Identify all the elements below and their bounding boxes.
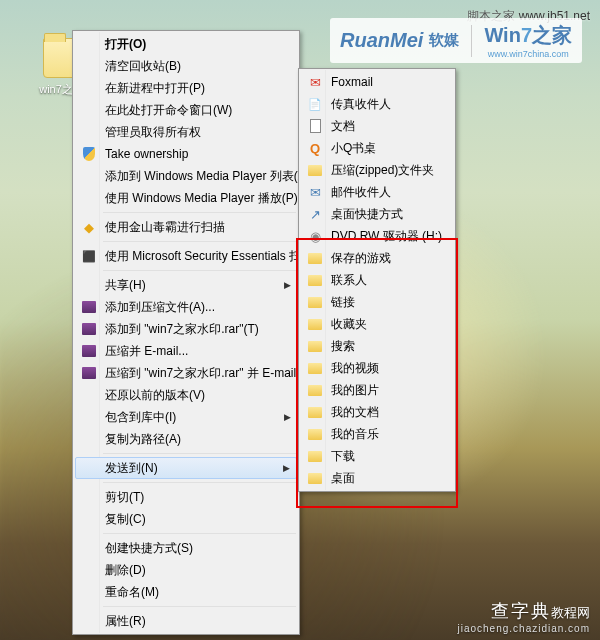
q-icon: Q	[307, 140, 323, 156]
menu-item[interactable]: 发送到(N)▶	[75, 457, 297, 479]
foxmail-icon: ✉	[307, 74, 323, 90]
menu-item[interactable]: 我的视频	[301, 357, 453, 379]
folder-icon	[307, 360, 323, 376]
menu-item[interactable]: 链接	[301, 291, 453, 313]
antivirus-icon: ◆	[81, 219, 97, 235]
menu-item[interactable]: 文档	[301, 115, 453, 137]
menu-item-label: 在新进程中打开(P)	[105, 80, 205, 97]
menu-item-label: 使用 Windows Media Player 播放(P)	[105, 190, 298, 207]
submenu-arrow-icon: ▶	[284, 412, 291, 422]
menu-item[interactable]: 管理员取得所有权	[75, 121, 297, 143]
menu-item-label: DVD RW 驱动器 (H:)	[331, 228, 442, 245]
folder-icon	[307, 426, 323, 442]
menu-item-label: 复制为路径(A)	[105, 431, 181, 448]
menu-item-label: 我的图片	[331, 382, 379, 399]
menu-item-label: 剪切(T)	[105, 489, 144, 506]
menu-item[interactable]: 添加到压缩文件(A)...	[75, 296, 297, 318]
menu-item[interactable]: 删除(D)	[75, 559, 297, 581]
menu-item[interactable]: 📄传真收件人	[301, 93, 453, 115]
menu-item[interactable]: 剪切(T)	[75, 486, 297, 508]
menu-item-label: 小Q书桌	[331, 140, 376, 157]
mse-icon: ⬛	[81, 248, 97, 264]
menu-item-label: 管理员取得所有权	[105, 124, 201, 141]
menu-item[interactable]: ✉邮件收件人	[301, 181, 453, 203]
menu-item[interactable]: 我的图片	[301, 379, 453, 401]
menu-item[interactable]: ◆使用金山毒霸进行扫描	[75, 216, 297, 238]
menu-item-label: Foxmail	[331, 75, 373, 89]
menu-item[interactable]: 包含到库中(I)▶	[75, 406, 297, 428]
menu-separator	[103, 533, 296, 534]
menu-item-label: 文档	[331, 118, 355, 135]
shield-icon	[81, 146, 97, 162]
menu-item[interactable]: 添加到 Windows Media Player 列表(A)	[75, 165, 297, 187]
folder-icon	[307, 448, 323, 464]
menu-item[interactable]: 压缩到 "win7之家水印.rar" 并 E-mail	[75, 362, 297, 384]
menu-item-label: 删除(D)	[105, 562, 146, 579]
menu-item[interactable]: 我的文档	[301, 401, 453, 423]
menu-item[interactable]: 清空回收站(B)	[75, 55, 297, 77]
menu-item[interactable]: 复制(C)	[75, 508, 297, 530]
menu-item[interactable]: ◉DVD RW 驱动器 (H:)	[301, 225, 453, 247]
archive-icon	[81, 343, 97, 359]
menu-item[interactable]: ⬛使用 Microsoft Security Essentials 扫描...	[75, 245, 297, 267]
menu-separator	[103, 606, 296, 607]
menu-item[interactable]: 联系人	[301, 269, 453, 291]
menu-item-label: 添加到 Windows Media Player 列表(A)	[105, 168, 310, 185]
menu-item[interactable]: 桌面	[301, 467, 453, 489]
watermark-bottom: 查字典教程网 jiaocheng.chazidian.com	[457, 599, 590, 634]
menu-item[interactable]: ✉Foxmail	[301, 71, 453, 93]
menu-item-label: 压缩并 E-mail...	[105, 343, 188, 360]
dvd-icon: ◉	[307, 228, 323, 244]
menu-item[interactable]: 在此处打开命令窗口(W)	[75, 99, 297, 121]
document-icon	[307, 118, 323, 134]
menu-item-label: 属性(R)	[105, 613, 146, 630]
menu-item[interactable]: 添加到 "win7之家水印.rar"(T)	[75, 318, 297, 340]
menu-item-label: 邮件收件人	[331, 184, 391, 201]
menu-item[interactable]: Q小Q书桌	[301, 137, 453, 159]
menu-separator	[103, 241, 296, 242]
menu-item[interactable]: 我的音乐	[301, 423, 453, 445]
menu-item[interactable]: 收藏夹	[301, 313, 453, 335]
menu-item[interactable]: 还原以前的版本(V)	[75, 384, 297, 406]
mail-icon: ✉	[307, 184, 323, 200]
folder-icon	[307, 470, 323, 486]
menu-item-label: 压缩到 "win7之家水印.rar" 并 E-mail	[105, 365, 296, 382]
menu-item[interactable]: 下载	[301, 445, 453, 467]
menu-item-label: 链接	[331, 294, 355, 311]
logo-bar: RuanMei 软媒 Win7之家 www.win7china.com	[330, 18, 582, 63]
folder-icon	[307, 404, 323, 420]
menu-item[interactable]: 搜索	[301, 335, 453, 357]
folder-icon	[307, 272, 323, 288]
menu-item[interactable]: 共享(H)▶	[75, 274, 297, 296]
menu-item[interactable]: ↗桌面快捷方式	[301, 203, 453, 225]
menu-separator	[103, 482, 296, 483]
menu-item-label: 创建快捷方式(S)	[105, 540, 193, 557]
folder-icon	[307, 250, 323, 266]
menu-item[interactable]: 压缩并 E-mail...	[75, 340, 297, 362]
menu-item[interactable]: 创建快捷方式(S)	[75, 537, 297, 559]
menu-item[interactable]: 保存的游戏	[301, 247, 453, 269]
menu-item[interactable]: 属性(R)	[75, 610, 297, 632]
menu-item-label: 添加到压缩文件(A)...	[105, 299, 215, 316]
folder-icon	[307, 338, 323, 354]
menu-item[interactable]: 重命名(M)	[75, 581, 297, 603]
menu-item[interactable]: Take ownership	[75, 143, 297, 165]
menu-item[interactable]: 复制为路径(A)	[75, 428, 297, 450]
menu-item[interactable]: 在新进程中打开(P)	[75, 77, 297, 99]
context-menu-sendto: ✉Foxmail📄传真收件人文档Q小Q书桌压缩(zipped)文件夹✉邮件收件人…	[298, 68, 456, 492]
folder-icon	[307, 316, 323, 332]
menu-item-label: 我的视频	[331, 360, 379, 377]
archive-icon	[81, 321, 97, 337]
menu-item-label: 清空回收站(B)	[105, 58, 181, 75]
context-menu-primary: 打开(O)清空回收站(B)在新进程中打开(P)在此处打开命令窗口(W)管理员取得…	[72, 30, 300, 635]
submenu-arrow-icon: ▶	[283, 463, 290, 473]
ruanmei-logo: RuanMei	[340, 29, 423, 52]
menu-item[interactable]: 使用 Windows Media Player 播放(P)	[75, 187, 297, 209]
menu-item-label: 发送到(N)	[105, 460, 158, 477]
menu-item[interactable]: 打开(O)	[75, 33, 297, 55]
menu-item-label: 添加到 "win7之家水印.rar"(T)	[105, 321, 259, 338]
archive-icon	[81, 365, 97, 381]
menu-item[interactable]: 压缩(zipped)文件夹	[301, 159, 453, 181]
menu-separator	[103, 212, 296, 213]
menu-item-label: 下载	[331, 448, 355, 465]
